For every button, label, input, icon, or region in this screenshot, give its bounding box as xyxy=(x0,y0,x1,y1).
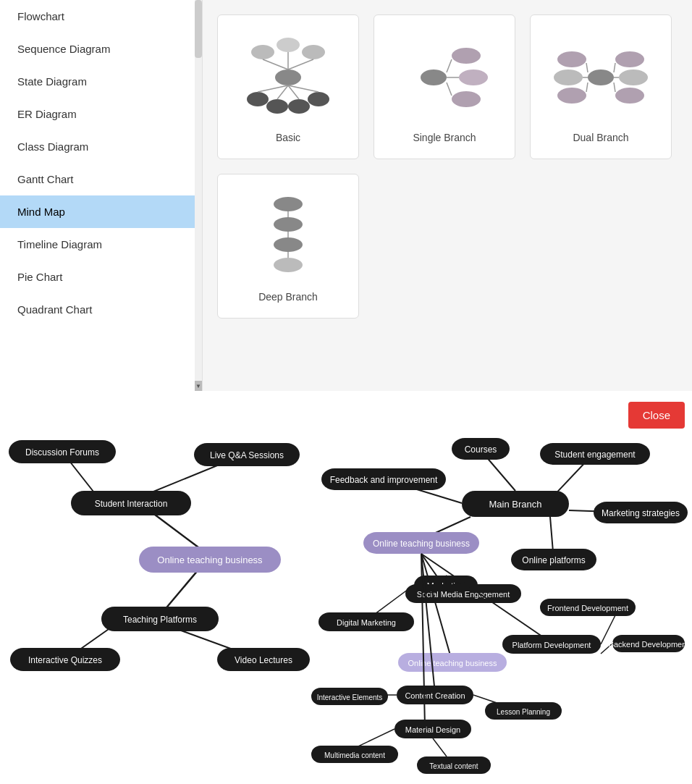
deep-preview xyxy=(237,190,339,284)
sidebar-item-quadrant[interactable]: Quadrant Chart xyxy=(0,293,202,326)
svg-point-1 xyxy=(251,45,274,59)
svg-point-4 xyxy=(247,92,269,106)
basic-preview xyxy=(237,30,339,125)
courses-label: Courses xyxy=(465,444,497,455)
template-deep-branch[interactable]: Deep Branch xyxy=(217,174,359,319)
right-otb-label: Online teaching business xyxy=(373,539,470,549)
discussion-forums-label: Discussion Forums xyxy=(25,447,99,458)
svg-line-10 xyxy=(288,59,313,69)
svg-line-29 xyxy=(586,63,588,72)
template-dual-branch[interactable]: Dual Branch xyxy=(530,14,672,159)
social-media-label: Social Media Engagement xyxy=(417,590,510,599)
sidebar-item-mindmap[interactable]: Mind Map xyxy=(0,195,202,228)
platform-dev-label: Platform Development xyxy=(512,641,591,649)
main-branch-label: Main Branch xyxy=(489,499,542,510)
edge-material-textual xyxy=(433,738,447,756)
left-root-label: Online teaching business xyxy=(157,555,263,565)
interactive-quizzes-label: Interactive Quizzes xyxy=(28,655,102,665)
svg-point-37 xyxy=(274,237,303,252)
svg-line-31 xyxy=(586,83,588,92)
marketing-strategies-label: Marketing strategies xyxy=(602,508,680,518)
interactive-elements-label: Interactive Elements xyxy=(317,694,383,701)
basic-label: Basic xyxy=(276,132,300,143)
svg-point-24 xyxy=(554,69,583,85)
teaching-platforms-label: Teaching Platforms xyxy=(123,615,197,625)
svg-point-16 xyxy=(452,48,481,64)
textual-content-label: Textual content xyxy=(429,762,478,770)
feedback-label: Feedback and improvement xyxy=(330,475,438,485)
scrollbar-thumb[interactable] xyxy=(195,0,202,58)
sidebar-item-timeline[interactable]: Timeline Diagram xyxy=(0,228,202,261)
svg-line-19 xyxy=(447,59,452,72)
svg-point-36 xyxy=(274,217,303,232)
svg-point-17 xyxy=(459,69,488,85)
svg-point-27 xyxy=(619,69,648,85)
template-single-branch[interactable]: Single Branch xyxy=(374,14,515,159)
svg-point-2 xyxy=(277,38,300,52)
scrollbar-arrow-down[interactable]: ▼ xyxy=(195,381,202,391)
svg-point-38 xyxy=(274,258,303,272)
svg-point-26 xyxy=(615,51,644,67)
frontend-dev-label: Frontend Development xyxy=(547,604,628,612)
close-button[interactable]: Close xyxy=(628,402,685,429)
svg-point-35 xyxy=(274,197,303,211)
svg-point-6 xyxy=(288,99,310,114)
svg-point-22 xyxy=(588,69,614,85)
edge-main-platforms xyxy=(550,517,553,552)
sidebar-item-sequence[interactable]: Sequence Diagram xyxy=(0,33,202,65)
svg-point-25 xyxy=(557,88,586,104)
svg-point-0 xyxy=(275,69,301,85)
template-basic[interactable]: Basic xyxy=(217,14,359,159)
svg-point-3 xyxy=(302,45,325,59)
svg-line-21 xyxy=(447,83,452,96)
svg-point-5 xyxy=(266,99,288,114)
sidebar-item-gantt[interactable]: Gantt Chart xyxy=(0,163,202,195)
dual-branch-label: Dual Branch xyxy=(573,132,628,143)
svg-line-34 xyxy=(614,83,615,92)
sidebar-item-pie[interactable]: Pie Chart xyxy=(0,261,202,293)
deep-branch-label: Deep Branch xyxy=(258,291,318,303)
mindmap-canvas: Online teaching business Student Interac… xyxy=(0,391,692,784)
edge-main-engagement xyxy=(550,460,588,500)
dual-preview xyxy=(550,30,651,125)
material-design-label: Material Design xyxy=(405,725,460,734)
online-platforms-label: Online platforms xyxy=(522,555,585,565)
sidebar-item-er[interactable]: ER Diagram xyxy=(0,98,202,130)
student-interaction-label: Student Interaction xyxy=(95,499,168,509)
svg-line-32 xyxy=(614,63,615,72)
sidebar: Flowchart Sequence Diagram State Diagram… xyxy=(0,0,203,391)
svg-point-23 xyxy=(557,51,586,67)
content-creation-label: Content Creation xyxy=(405,691,465,700)
multimedia-content-label: Multimedia content xyxy=(324,751,385,759)
live-qa-label: Live Q&A Sessions xyxy=(210,450,284,460)
lesson-planning-label: Lesson Planning xyxy=(497,708,550,716)
single-branch-label: Single Branch xyxy=(413,132,476,143)
svg-point-15 xyxy=(421,69,447,85)
template-gallery: Basic Single Branch xyxy=(203,0,692,391)
svg-point-18 xyxy=(452,91,481,107)
sidebar-item-state[interactable]: State Diagram xyxy=(0,65,202,98)
sidebar-item-class[interactable]: Class Diagram xyxy=(0,130,202,163)
otb-purple-light-label: Online teaching business xyxy=(408,659,497,667)
student-engagement-label: Student engagement xyxy=(554,450,636,460)
svg-point-28 xyxy=(615,88,644,104)
svg-point-7 xyxy=(308,92,329,106)
digital-marketing-label: Digital Marketing xyxy=(337,618,396,627)
single-preview xyxy=(394,30,495,125)
sidebar-scrollbar[interactable]: ▼ xyxy=(195,0,202,391)
video-lectures-label: Video Lectures xyxy=(235,655,292,665)
backend-dev-label: Backend Development xyxy=(609,640,689,649)
svg-line-8 xyxy=(263,59,288,69)
sidebar-item-flowchart[interactable]: Flowchart xyxy=(0,0,202,33)
